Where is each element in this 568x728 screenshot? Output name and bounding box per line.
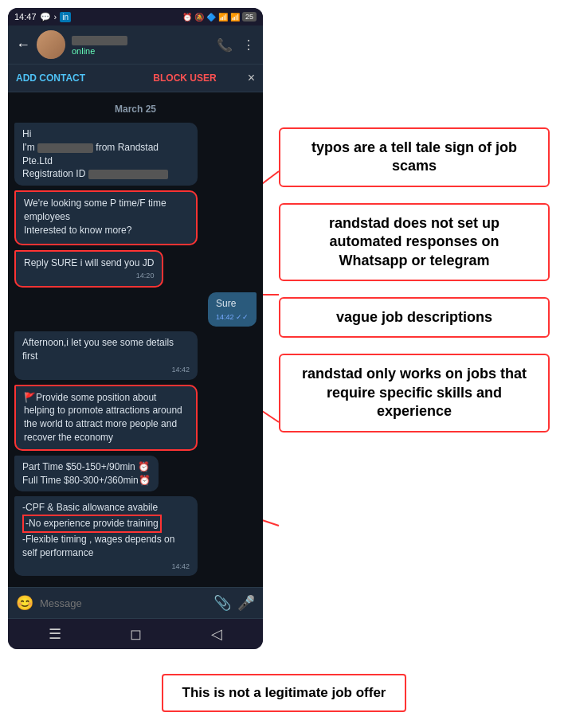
- action-bar: ADD CONTACT BLOCK USER ×: [8, 65, 263, 92]
- annotation-text: randstad only works on jobs that require…: [302, 366, 527, 419]
- message-time: 14:42: [22, 365, 190, 375]
- alarm-icon: ⏰: [182, 13, 192, 22]
- redacted-name: [37, 143, 93, 153]
- table-row: Part Time $50-150+/90min ⏰Full Time $80-…: [14, 456, 257, 492]
- bluetooth-icon: 🔷: [206, 13, 216, 22]
- table-row: Afternoon,i let you see some details fir…: [14, 331, 257, 379]
- status-bar-left: 14:47 💬 › in: [14, 12, 71, 22]
- table-row: We're looking some P time/F time employe…: [14, 190, 257, 245]
- annotation-text: randstad does not set up automated respo…: [329, 215, 499, 268]
- linkedin-icon: in: [60, 12, 71, 22]
- block-user-button[interactable]: BLOCK USER: [128, 72, 241, 84]
- status-bar: 14:47 💬 › in ⏰ 🔕 🔷 📶 📶 25: [8, 8, 263, 25]
- contact-name: [72, 33, 210, 46]
- message-text: HiI'm from Randstad Pte.LtdRegistration …: [22, 128, 168, 179]
- wifi-icon: 📶: [218, 13, 228, 22]
- chat-bottom: 😊 📎 🎤: [8, 587, 263, 618]
- annotation-text: typos are a tell tale sign of job scams: [311, 139, 517, 174]
- table-row: Sure 14:42 ✓✓: [14, 292, 257, 327]
- redacted-name: [72, 36, 127, 45]
- battery-icon: 25: [242, 12, 257, 22]
- table-row: 🚩Provide some position about helping to …: [14, 385, 257, 451]
- call-button[interactable]: 📞: [217, 37, 233, 53]
- chat-header: ← online 📞 ⋮: [8, 25, 263, 65]
- message-text: 🚩Provide some position about helping to …: [24, 392, 182, 443]
- back-button[interactable]: ←: [16, 37, 30, 53]
- table-row: Reply SURE i will send you JD 14:20: [14, 250, 257, 288]
- chat-area: March 25 HiI'm from Randstad Pte.LtdRegi…: [8, 92, 263, 587]
- phone-container: 14:47 💬 › in ⏰ 🔕 🔷 📶 📶 25 ← online 📞 ⋮: [8, 8, 263, 649]
- annotation-automated: randstad does not set up automated respo…: [279, 203, 550, 281]
- annotation-typos: typos are a tell tale sign of job scams: [279, 127, 550, 187]
- emoji-button[interactable]: 😊: [16, 594, 33, 612]
- message-text: We're looking some P time/F time employe…: [24, 198, 166, 236]
- redacted-id: [88, 170, 168, 179]
- annotation-text: vague job descriptions: [336, 309, 492, 325]
- list-item: Afternoon,i let you see some details fir…: [14, 331, 198, 379]
- list-item: HiI'm from Randstad Pte.LtdRegistration …: [14, 123, 198, 186]
- table-row: -CPF & Basic allowance avabile-No experi…: [14, 496, 257, 576]
- whatsapp-icon: 💬: [40, 12, 51, 22]
- message-time: 14:42 ✓✓: [216, 312, 249, 323]
- avatar: [37, 30, 65, 59]
- contact-status: online: [72, 46, 210, 56]
- message-text: Part Time $50-150+/90min ⏰Full Time $80-…: [22, 461, 151, 486]
- contact-info: online: [72, 33, 210, 56]
- message-input[interactable]: [40, 597, 207, 609]
- avatar-image: [37, 30, 65, 59]
- annotation-vague: vague job descriptions: [279, 297, 550, 338]
- message-time: 14:20: [24, 271, 154, 281]
- list-item: 🚩Provide some position about helping to …: [14, 385, 198, 451]
- message-text: Reply SURE i will send you JD: [24, 257, 154, 268]
- menu-button[interactable]: ⋮: [242, 37, 255, 53]
- mute-icon: 🔕: [194, 13, 204, 22]
- close-button[interactable]: ×: [248, 71, 255, 85]
- list-item: Sure 14:42 ✓✓: [208, 292, 257, 327]
- header-icons: 📞 ⋮: [217, 37, 255, 53]
- list-item: Reply SURE i will send you JD 14:20: [14, 250, 163, 288]
- list-item: -CPF & Basic allowance avabile-No experi…: [14, 496, 198, 576]
- date-label: March 25: [14, 104, 257, 115]
- menu-nav-button[interactable]: ☰: [49, 625, 61, 643]
- message-time: 14:42: [22, 562, 190, 572]
- add-contact-button[interactable]: ADD CONTACT: [16, 72, 128, 84]
- status-bar-right: ⏰ 🔕 🔷 📶 📶 25: [182, 12, 257, 22]
- mic-button[interactable]: 🎤: [237, 594, 255, 612]
- attach-button[interactable]: 📎: [213, 594, 231, 612]
- table-row: HiI'm from Randstad Pte.LtdRegistration …: [14, 123, 257, 186]
- home-nav-button[interactable]: ◻: [130, 625, 142, 643]
- signal-icon: 📶: [230, 13, 240, 22]
- time-display: 14:47: [14, 12, 37, 22]
- forward-icon: ›: [54, 12, 57, 22]
- back-nav-button[interactable]: ◁: [211, 625, 222, 643]
- annotation-skills: randstad only works on jobs that require…: [279, 354, 550, 432]
- list-item: Part Time $50-150+/90min ⏰Full Time $80-…: [14, 456, 159, 492]
- message-text: -CPF & Basic allowance avabile-No experi…: [22, 502, 174, 558]
- message-text: Sure: [216, 298, 236, 309]
- message-text: Afternoon,i let you see some details fir…: [22, 337, 174, 362]
- annotations-container: typos are a tell tale sign of job scams …: [279, 8, 550, 445]
- nav-bar: ☰ ◻ ◁: [8, 618, 263, 649]
- list-item: We're looking some P time/F time employe…: [14, 190, 198, 245]
- bottom-note: This is not a legitimate job offer: [162, 674, 407, 712]
